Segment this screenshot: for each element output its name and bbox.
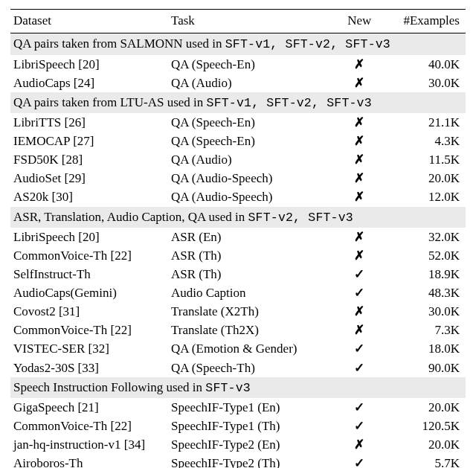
citation: [20]: [78, 230, 99, 244]
col-dataset: Dataset: [10, 10, 168, 33]
table-row: LibriSpeech [20]ASR (En)✗32.0K: [10, 228, 466, 246]
cell-examples: 12.0K: [384, 187, 466, 206]
cell-new: ✓: [335, 265, 384, 283]
dataset-name: AudioCaps(Gemini): [13, 286, 117, 300]
citation: [22]: [110, 249, 131, 263]
citation: [29]: [64, 171, 85, 185]
section-header: ASR, Translation, Audio Caption, QA used…: [10, 207, 466, 228]
dataset-name: jan-hq-instruction-v1: [13, 437, 124, 452]
cell-new: ✗: [335, 321, 384, 339]
section-header: Speech Instruction Following used in SFT…: [10, 377, 466, 398]
dataset-name: CommonVoice-Th: [13, 323, 110, 337]
cell-new: ✗: [335, 246, 384, 265]
check-icon: ✓: [354, 456, 364, 468]
table-row: IEMOCAP [27]QA (Speech-En)✗4.3K: [10, 132, 466, 150]
cell-task: Translate (Th2X): [168, 321, 335, 339]
cross-icon: ✗: [354, 437, 364, 452]
cell-dataset: LibriTTS [26]: [10, 113, 168, 132]
cell-dataset: LibriSpeech [20]: [10, 55, 168, 74]
cell-new: ✗: [335, 302, 384, 321]
cell-task: QA (Emotion & Gender): [168, 339, 335, 358]
cell-examples: 21.1K: [384, 113, 466, 132]
cell-new: ✓: [335, 359, 384, 377]
cell-new: ✗: [335, 150, 384, 169]
cell-dataset: LibriSpeech [20]: [10, 228, 168, 246]
cell-task: QA (Audio-Speech): [168, 187, 335, 206]
cell-dataset: AudioSet [29]: [10, 169, 168, 187]
cross-icon: ✗: [354, 153, 364, 167]
check-icon: ✓: [354, 400, 364, 414]
cell-examples: 52.0K: [384, 246, 466, 265]
dataset-name: Airoboros-Th: [13, 456, 83, 468]
table-row: jan-hq-instruction-v1 [34]SpeechIF-Type2…: [10, 435, 466, 454]
section-header-text: QA pairs taken from SALMONN used in SFT-…: [10, 33, 466, 55]
cell-examples: 120.5K: [384, 417, 466, 435]
cell-dataset: Covost2 [31]: [10, 302, 168, 321]
cell-examples: 20.0K: [384, 435, 466, 454]
section-header-codes: SFT-v1, SFT-v2, SFT-v3: [207, 96, 372, 110]
cross-icon: ✗: [354, 304, 364, 318]
dataset-name: FSD50K: [13, 153, 62, 167]
citation: [28]: [62, 153, 83, 167]
cell-examples: 30.0K: [384, 302, 466, 321]
dataset-name: LibriSpeech: [13, 57, 78, 71]
citation: [31]: [59, 304, 80, 318]
check-icon: ✓: [354, 361, 364, 375]
cross-icon: ✗: [354, 190, 364, 204]
table-row: VISTEC-SER [32]QA (Emotion & Gender)✓18.…: [10, 339, 466, 358]
cell-examples: 11.5K: [384, 150, 466, 169]
cell-dataset: CommonVoice-Th [22]: [10, 321, 168, 339]
dataset-name: AudioSet: [13, 171, 64, 185]
section-header-codes: SFT-v3: [205, 381, 251, 395]
dataset-name: Yodas2-30S: [13, 361, 78, 375]
check-icon: ✓: [354, 342, 364, 356]
cell-examples: 4.3K: [384, 132, 466, 150]
cell-task: QA (Speech-En): [168, 55, 335, 74]
citation: [21]: [77, 400, 98, 414]
cell-examples: 5.7K: [384, 454, 466, 468]
cell-new: ✓: [335, 398, 384, 417]
cell-task: Translate (X2Th): [168, 302, 335, 321]
cell-dataset: VISTEC-SER [32]: [10, 339, 168, 358]
cell-new: ✗: [335, 228, 384, 246]
cell-dataset: AS20k [30]: [10, 187, 168, 206]
dataset-name: LibriTTS: [13, 115, 64, 129]
cell-task: ASR (En): [168, 228, 335, 246]
check-icon: ✓: [354, 267, 364, 281]
cell-new: ✗: [335, 132, 384, 150]
table-row: AudioCaps(Gemini)Audio Caption✓48.3K: [10, 283, 466, 302]
cross-icon: ✗: [354, 76, 364, 90]
citation: [22]: [110, 323, 131, 337]
cell-new: ✓: [335, 283, 384, 302]
section-header-text: ASR, Translation, Audio Caption, QA used…: [10, 207, 466, 228]
cell-dataset: SelfInstruct-Th: [10, 265, 168, 283]
cell-task: QA (Audio-Speech): [168, 169, 335, 187]
cell-examples: 32.0K: [384, 228, 466, 246]
cell-task: QA (Speech-En): [168, 132, 335, 150]
table-row: LibriSpeech [20]QA (Speech-En)✗40.0K: [10, 55, 466, 74]
cell-examples: 40.0K: [384, 55, 466, 74]
data-table: Dataset Task New #Examples QA pairs take…: [10, 9, 466, 468]
cross-icon: ✗: [354, 323, 364, 337]
cell-examples: 90.0K: [384, 359, 466, 377]
cell-examples: 48.3K: [384, 283, 466, 302]
cell-task: QA (Speech-En): [168, 113, 335, 132]
cross-icon: ✗: [354, 115, 364, 129]
col-new: New: [335, 10, 384, 33]
check-icon: ✓: [354, 419, 364, 433]
section-header: QA pairs taken from LTU-AS used in SFT-v…: [10, 92, 466, 113]
cell-dataset: CommonVoice-Th [22]: [10, 246, 168, 265]
section-header-codes: SFT-v2, SFT-v3: [248, 211, 353, 225]
cell-task: Audio Caption: [168, 283, 335, 302]
header-row: Dataset Task New #Examples: [10, 10, 466, 33]
cell-new: ✓: [335, 454, 384, 468]
dataset-name: SelfInstruct-Th: [13, 267, 91, 281]
section-header-pre: QA pairs taken from LTU-AS used in: [13, 95, 207, 109]
check-icon: ✓: [354, 286, 364, 300]
dataset-name: CommonVoice-Th: [13, 419, 110, 433]
cell-task: SpeechIF-Type1 (Th): [168, 417, 335, 435]
cell-examples: 18.0K: [384, 339, 466, 358]
table-row: Yodas2-30S [33]QA (Speech-Th)✓90.0K: [10, 359, 466, 377]
cross-icon: ✗: [354, 171, 364, 185]
table-row: AudioSet [29]QA (Audio-Speech)✗20.0K: [10, 169, 466, 187]
